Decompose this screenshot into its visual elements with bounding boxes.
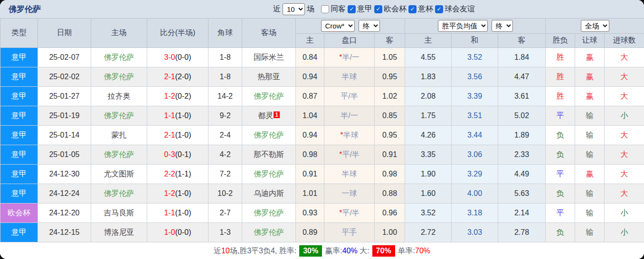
score-cell[interactable]: 2-2(1-1): [147, 165, 208, 184]
home-team-name[interactable]: 佛罗伦萨: [104, 73, 134, 81]
filter-checkbox-unchecked[interactable]: [321, 5, 329, 13]
asian-handicap-line: 半球: [324, 165, 375, 184]
away-team-cell[interactable]: 热那亚: [242, 67, 296, 87]
away-team-name[interactable]: 佛罗伦萨: [254, 228, 284, 236]
score-cell[interactable]: 1-2(0-2): [147, 87, 208, 106]
away-team-cell[interactable]: 佛罗伦萨: [242, 165, 296, 184]
home-team-cell[interactable]: 蒙扎: [91, 126, 147, 145]
date-cell: 24-12-20: [38, 204, 91, 223]
half-time-score: (1-0): [175, 111, 191, 120]
result-cell: 胜: [546, 48, 575, 67]
away-team-cell[interactable]: 佛罗伦萨: [242, 223, 296, 242]
league-cell[interactable]: 欧会杯: [0, 204, 38, 223]
away-team-cell[interactable]: 佛罗伦萨: [242, 87, 296, 106]
bookmaker-select[interactable]: Crow*: [321, 20, 355, 32]
match-row: 意甲24-12-30尤文图斯2-2(1-1)7-2佛罗伦萨0.91半球0.981…: [0, 165, 644, 184]
league-cell[interactable]: 意甲: [0, 48, 38, 67]
away-team-name[interactable]: 佛罗伦萨: [254, 92, 284, 100]
away-team-cell[interactable]: 乌迪内斯: [242, 184, 296, 204]
single-rate-value: 70%: [415, 247, 430, 255]
away-team-cell[interactable]: 佛罗伦萨: [242, 126, 296, 145]
filter-label: 球会友谊: [445, 4, 475, 14]
league-cell[interactable]: 意甲: [0, 106, 38, 126]
home-team-cell[interactable]: 尤文图斯: [91, 165, 147, 184]
topbar: 佛罗伦萨 近 10 场 同客意甲欧会杯意杯球会友谊: [0, 0, 644, 18]
away-team-cell[interactable]: 佛罗伦萨: [242, 204, 296, 223]
corners-cell: 4-2: [208, 145, 242, 165]
asian-handicap-line: *平/半: [324, 204, 375, 223]
home-team-cell[interactable]: 佛罗伦萨: [91, 106, 147, 126]
away-team-name[interactable]: 佛罗伦萨: [254, 209, 284, 217]
score-cell[interactable]: 1-2(1-0): [147, 184, 208, 204]
home-team-name[interactable]: 博洛尼亚: [104, 228, 134, 236]
recent-count-select[interactable]: 10: [283, 3, 305, 15]
home-team-name[interactable]: 佛罗伦萨: [104, 150, 134, 158]
filter-checkbox-checked[interactable]: [435, 5, 443, 13]
star-marker: *: [339, 150, 342, 158]
home-team-name[interactable]: 吉马良斯: [104, 209, 134, 217]
home-team-name[interactable]: 拉齐奥: [108, 92, 131, 100]
away-team-name[interactable]: 佛罗伦萨: [254, 131, 284, 139]
scope-select[interactable]: 全场: [581, 20, 609, 32]
score-cell[interactable]: 1-0(0-0): [147, 223, 208, 242]
filter-checkbox-checked[interactable]: [408, 5, 417, 13]
score-cell[interactable]: 2-1(1-0): [147, 126, 208, 145]
league-cell[interactable]: 意甲: [0, 87, 38, 106]
league-cell[interactable]: 意甲: [0, 184, 38, 204]
score-cell[interactable]: 1-1(1-0): [147, 106, 208, 126]
away-team-name[interactable]: 热那亚: [257, 73, 280, 81]
league-cell[interactable]: 意甲: [0, 67, 38, 87]
euro-odds-select[interactable]: 胜平负均值: [438, 20, 488, 32]
euro-odds-time-select[interactable]: 终: [492, 20, 513, 32]
corners-cell: 2-4: [208, 126, 242, 145]
asian-handicap-line: 一球: [324, 184, 375, 204]
home-team-cell[interactable]: 佛罗伦萨: [91, 184, 147, 204]
away-team-name[interactable]: 乌迪内斯: [254, 189, 284, 197]
score-cell[interactable]: 0-3(0-1): [147, 145, 208, 165]
home-team-cell[interactable]: 佛罗伦萨: [91, 48, 147, 67]
match-row: 意甲25-02-07佛罗伦萨3-0(0-0)1-8国际米兰0.84*半/一1.0…: [0, 48, 644, 67]
away-team-name[interactable]: 佛罗伦萨: [254, 170, 284, 178]
away-team-cell[interactable]: 都灵1: [242, 106, 296, 126]
result-cell: 胜: [546, 87, 575, 106]
date-cell: 25-01-05: [38, 145, 91, 165]
full-time-score: 0-3: [164, 150, 175, 158]
euro-home-odds: 1.83: [405, 67, 452, 87]
home-team-cell[interactable]: 拉齐奥: [91, 87, 147, 106]
full-time-score: 1-0: [164, 228, 175, 236]
home-team-cell[interactable]: 博洛尼亚: [91, 223, 147, 242]
home-team-name[interactable]: 佛罗伦萨: [104, 111, 134, 120]
score-cell[interactable]: 2-1(2-0): [147, 67, 208, 87]
league-cell[interactable]: 意甲: [0, 145, 38, 165]
home-team-cell[interactable]: 佛罗伦萨: [91, 67, 147, 87]
league-cell[interactable]: 意甲: [0, 126, 38, 145]
score-cell[interactable]: 3-0(0-0): [147, 48, 208, 67]
away-team-cell[interactable]: 那不勒斯: [242, 145, 296, 165]
away-team-name[interactable]: 那不勒斯: [254, 150, 284, 158]
home-team-name[interactable]: 尤文图斯: [104, 170, 134, 178]
bookmaker-time-select[interactable]: 终: [359, 20, 380, 32]
full-time-score: 2-2: [164, 170, 175, 178]
col-header-asian-line: 盘口: [324, 34, 375, 48]
league-filters: 同客意甲欧会杯意杯球会友谊: [321, 4, 477, 14]
corners-cell: 14-2: [208, 87, 242, 106]
home-team-name[interactable]: 佛罗伦萨: [104, 189, 134, 197]
result-cell: 平: [546, 106, 575, 126]
score-cell[interactable]: 1-1(1-0): [147, 204, 208, 223]
asian-home-odds: 0.89: [296, 223, 324, 242]
filter-checkbox-checked[interactable]: [348, 5, 356, 13]
away-team-name[interactable]: 国际米兰: [254, 53, 284, 61]
home-team-name[interactable]: 佛罗伦萨: [104, 53, 134, 61]
filter-checkbox-checked[interactable]: [374, 5, 382, 13]
home-team-name[interactable]: 蒙扎: [112, 131, 127, 139]
asian-home-odds: 0.93: [296, 204, 324, 223]
away-team-name[interactable]: 都灵: [258, 111, 273, 120]
asian-away-odds: 1.00: [375, 223, 405, 242]
league-cell[interactable]: 意甲: [0, 223, 38, 242]
away-team-cell[interactable]: 国际米兰: [242, 48, 296, 67]
home-team-cell[interactable]: 佛罗伦萨: [91, 145, 147, 165]
euro-draw-odds: 3.06: [452, 145, 498, 165]
league-cell[interactable]: 意甲: [0, 165, 38, 184]
euro-away-odds: 3.61: [498, 87, 546, 106]
home-team-cell[interactable]: 吉马良斯: [91, 204, 147, 223]
